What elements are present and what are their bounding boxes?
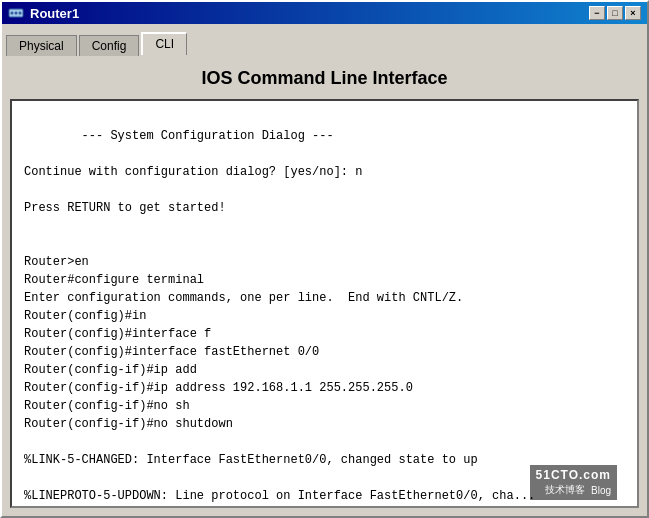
- title-bar: Router1 − □ ×: [2, 2, 647, 24]
- title-bar-left: Router1: [8, 5, 79, 21]
- tab-cli[interactable]: CLI: [141, 32, 187, 55]
- watermark-sub: 技术博客 Blog: [545, 483, 611, 497]
- terminal-container: --- System Configuration Dialog --- Cont…: [10, 99, 639, 508]
- router-window: Router1 − □ × Physical Config CLI IOS Co…: [0, 0, 649, 518]
- svg-point-1: [11, 12, 14, 15]
- minimize-button[interactable]: −: [589, 6, 605, 20]
- watermark: 51CTO.com 技术博客 Blog: [530, 465, 617, 500]
- watermark-site: 51CTO.com: [536, 468, 611, 482]
- terminal-text: --- System Configuration Dialog --- Cont…: [12, 101, 637, 506]
- title-controls: − □ ×: [589, 6, 641, 20]
- close-button[interactable]: ×: [625, 6, 641, 20]
- section-title: IOS Command Line Interface: [10, 62, 639, 93]
- window-title: Router1: [30, 6, 79, 21]
- tab-bar: Physical Config CLI: [2, 24, 647, 54]
- maximize-button[interactable]: □: [607, 6, 623, 20]
- tab-physical[interactable]: Physical: [6, 35, 77, 56]
- watermark-label1: 技术博客: [545, 483, 585, 497]
- svg-point-2: [15, 12, 18, 15]
- terminal-scroll[interactable]: --- System Configuration Dialog --- Cont…: [12, 101, 637, 506]
- main-content: IOS Command Line Interface --- System Co…: [2, 54, 647, 516]
- watermark-label2: Blog: [591, 485, 611, 496]
- tab-config[interactable]: Config: [79, 35, 140, 56]
- svg-point-3: [19, 12, 22, 15]
- router-icon: [8, 5, 24, 21]
